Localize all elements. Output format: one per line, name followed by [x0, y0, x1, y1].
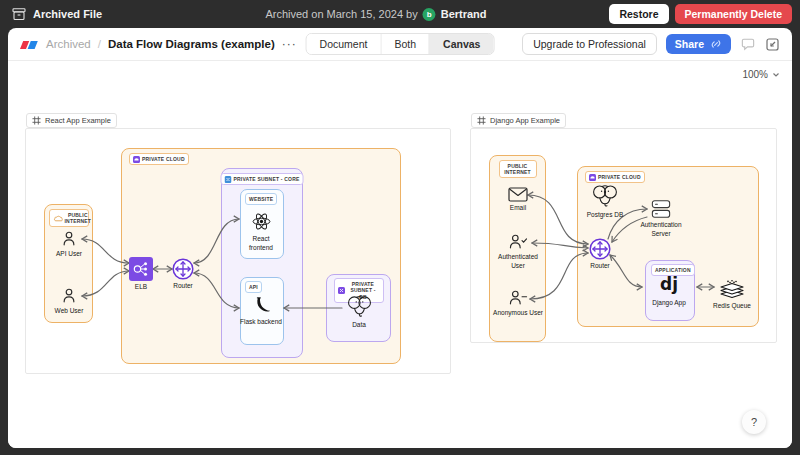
user-check-icon: [506, 233, 530, 251]
node-flask-backend[interactable]: Flask backend: [240, 295, 282, 327]
node-label: ELB: [135, 283, 147, 292]
app-window: Archived / Data Flow Diagrams (example) …: [8, 28, 792, 448]
zoom-level: 100%: [742, 69, 768, 80]
node-authenticated-user[interactable]: Authenticated User: [493, 233, 543, 271]
node-label: Router: [173, 282, 193, 291]
router-icon: [172, 258, 194, 280]
archived-by-user: Bertrand: [441, 8, 487, 20]
tab-canvas[interactable]: Canvas: [429, 34, 493, 54]
share-label: Share: [675, 38, 704, 50]
node-label: Django App: [652, 299, 686, 308]
subnet-core-chip: PRIVATE SUBNET - CORE: [221, 173, 304, 185]
breadcrumb-separator: /: [98, 38, 101, 50]
node-router[interactable]: Router: [165, 258, 201, 291]
node-label: Email: [510, 204, 526, 213]
subnet-badge-icon: [338, 287, 345, 294]
breadcrumb-archived[interactable]: Archived: [46, 38, 91, 50]
flask-icon: [251, 295, 272, 316]
private-cloud-chip: PRIVATE CLOUD: [129, 153, 189, 165]
django-icon: dj: [654, 271, 684, 297]
cloud-badge-icon: [133, 156, 140, 163]
node-label: Flask backend: [240, 318, 282, 327]
cloud-icon: [53, 214, 63, 222]
postgres-icon: [591, 183, 619, 209]
zoom-control[interactable]: 100%: [742, 69, 780, 80]
frame-icon: [32, 116, 41, 125]
toolbar: Archived / Data Flow Diagrams (example) …: [8, 28, 792, 61]
subnet-badge-icon: [225, 176, 232, 183]
email-icon: [508, 187, 528, 202]
link-icon: [710, 38, 722, 50]
user-minus-icon: [506, 289, 530, 307]
tab-document[interactable]: Document: [307, 34, 381, 54]
view-mode-tabs: Document Both Canvas: [306, 33, 495, 55]
node-label: Redis Queue: [713, 302, 751, 311]
node-auth-server[interactable]: Authentication Server: [633, 199, 689, 239]
node-elb[interactable]: ELB: [117, 257, 165, 292]
panel-toggle-button[interactable]: [765, 37, 780, 52]
archived-info-text: Archived on March 15, 2024 by: [265, 8, 417, 20]
archive-icon: [12, 7, 26, 21]
app-logo[interactable]: [20, 38, 39, 50]
chip-label: PRIVATE CLOUD: [142, 156, 185, 163]
django-icon-text: dj: [660, 274, 678, 294]
document-title: Data Flow Diagrams (example): [108, 38, 275, 50]
frame-title-label: Django App Example: [490, 116, 560, 125]
postgres-icon: [346, 294, 373, 319]
tab-both[interactable]: Both: [380, 34, 429, 54]
router-icon: [589, 238, 611, 260]
user-icon: [60, 230, 78, 248]
container-subnet-core[interactable]: PRIVATE SUBNET - CORE WEBSITE API: [221, 168, 303, 358]
node-data[interactable]: Data: [337, 294, 381, 330]
panel-arrow-icon: [765, 37, 780, 52]
private-cloud-chip: PRIVATE CLOUD: [585, 171, 645, 183]
node-label: Anonymous User: [493, 309, 543, 318]
comments-button[interactable]: [740, 36, 756, 52]
redis-icon: [718, 279, 746, 300]
banner-title: Archived File: [33, 8, 102, 20]
frame-title-label: React App Example: [45, 116, 111, 125]
upgrade-button[interactable]: Upgrade to Professional: [522, 33, 657, 55]
help-button[interactable]: ?: [742, 410, 766, 434]
frame-react-app[interactable]: React App Example PUBLIC INTERNET: [25, 128, 451, 374]
chip-label: WEBSITE: [249, 196, 273, 203]
elb-icon: [129, 257, 153, 281]
more-menu-button[interactable]: ···: [282, 37, 297, 51]
canvas[interactable]: 100% React App Example: [8, 62, 792, 448]
node-email[interactable]: Email: [495, 187, 541, 213]
node-router[interactable]: Router: [578, 238, 622, 271]
frame-icon: [477, 116, 486, 125]
chip-label: PRIVATE SUBNET - CORE: [234, 176, 300, 183]
node-web-user[interactable]: Web User: [47, 287, 91, 316]
node-postgres-db[interactable]: Postgres DB: [583, 183, 627, 220]
chip-label: PUBLIC INTERNET: [503, 163, 533, 176]
public-internet-chip: PUBLIC INTERNET: [49, 209, 89, 227]
node-django-app[interactable]: dj Django App: [648, 271, 690, 308]
node-anonymous-user[interactable]: Anonymous User: [493, 289, 543, 318]
website-chip: WEBSITE: [245, 193, 277, 205]
share-button[interactable]: Share: [666, 34, 731, 54]
chip-label: API: [249, 284, 258, 291]
avatar-letter: b: [427, 10, 432, 19]
node-label: API User: [56, 250, 82, 259]
frame-title-react[interactable]: React App Example: [26, 113, 117, 128]
permanently-delete-button[interactable]: Permanently Delete: [675, 4, 792, 24]
user-icon: [60, 287, 78, 305]
frame-title-django[interactable]: Django App Example: [471, 113, 566, 128]
node-react-frontend[interactable]: React frontend: [240, 210, 282, 253]
restore-button[interactable]: Restore: [609, 4, 668, 24]
frame-django-app[interactable]: Django App Example PUBLIC INTERNET PRIVA…: [470, 128, 777, 343]
chevron-down-icon: [772, 71, 780, 78]
node-api-user[interactable]: API User: [47, 230, 91, 259]
node-redis-queue[interactable]: Redis Queue: [711, 279, 753, 311]
node-label: Authenticated User: [493, 253, 543, 271]
node-label: Web User: [55, 307, 84, 316]
node-label: Authentication Server: [633, 221, 689, 239]
cloud-badge-icon: [589, 174, 596, 181]
node-label: Router: [590, 262, 610, 271]
breadcrumb: Archived / Data Flow Diagrams (example) …: [20, 37, 297, 51]
node-label: Postgres DB: [587, 211, 624, 220]
avatar: b: [423, 8, 436, 21]
node-label: Data: [352, 321, 366, 330]
public-internet-chip: PUBLIC INTERNET: [499, 160, 537, 178]
